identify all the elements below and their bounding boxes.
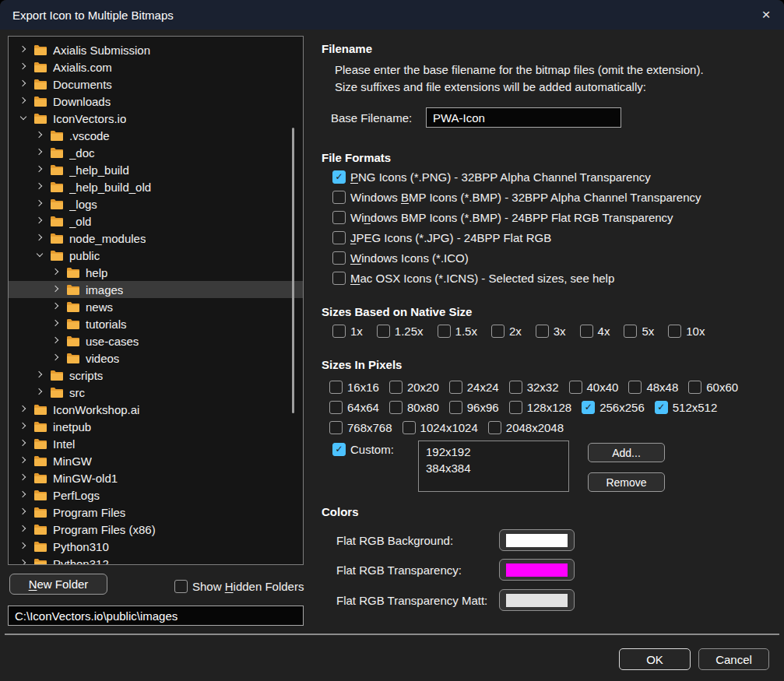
checkbox[interactable] bbox=[449, 381, 462, 394]
remove-button[interactable]: Remove bbox=[588, 472, 665, 492]
tree-item[interactable]: .vscode bbox=[9, 127, 303, 144]
checkbox[interactable] bbox=[332, 211, 346, 224]
chevron-right-icon[interactable] bbox=[18, 95, 30, 107]
tree-item[interactable]: tutorials bbox=[9, 315, 303, 332]
chevron-right-icon[interactable] bbox=[18, 437, 30, 450]
tree-item[interactable]: node_modules bbox=[9, 230, 303, 247]
tree-item[interactable]: Documents bbox=[9, 75, 303, 93]
pixel-size-checkbox[interactable]: 16x16 bbox=[329, 377, 379, 397]
chevron-right-icon[interactable] bbox=[34, 129, 47, 142]
tree-item[interactable]: src bbox=[9, 384, 303, 401]
chevron-right-icon[interactable] bbox=[18, 506, 30, 518]
color-swatch-button[interactable] bbox=[499, 589, 575, 611]
checkbox[interactable] bbox=[624, 325, 637, 338]
tree-item[interactable]: Python312 bbox=[9, 555, 303, 565]
chevron-right-icon[interactable] bbox=[34, 232, 47, 244]
chevron-right-icon[interactable] bbox=[18, 61, 30, 73]
pixel-size-checkbox[interactable]: 96x96 bbox=[449, 397, 499, 417]
tree-item[interactable]: use-cases bbox=[9, 332, 303, 349]
checkbox[interactable] bbox=[569, 381, 582, 394]
chevron-down-icon[interactable] bbox=[34, 249, 47, 262]
checkbox[interactable] bbox=[329, 421, 343, 434]
tree-item[interactable]: public bbox=[9, 247, 303, 264]
checkbox[interactable] bbox=[332, 272, 346, 285]
checkbox[interactable] bbox=[332, 231, 346, 244]
tree-item[interactable]: Python310 bbox=[9, 538, 303, 555]
chevron-right-icon[interactable] bbox=[51, 318, 63, 330]
format-checkbox[interactable]: ✓PNG Icons (*.PNG) - 32BPP Alpha Channel… bbox=[332, 167, 701, 187]
tree-item[interactable]: inetpub bbox=[9, 418, 303, 435]
checkbox[interactable]: ✓ bbox=[582, 401, 595, 414]
checkbox[interactable]: ✓ bbox=[655, 401, 668, 414]
chevron-right-icon[interactable] bbox=[51, 335, 63, 347]
tree-item[interactable]: Axialis Submission bbox=[9, 41, 303, 58]
chevron-right-icon[interactable] bbox=[18, 455, 30, 467]
checkbox[interactable] bbox=[668, 325, 681, 338]
tree-item[interactable]: _old bbox=[9, 212, 303, 230]
tree-item[interactable]: _help_build_old bbox=[9, 178, 303, 195]
chevron-right-icon[interactable] bbox=[18, 420, 30, 433]
chevron-right-icon[interactable] bbox=[34, 163, 47, 176]
tree-item[interactable]: IconWorkshop.ai bbox=[9, 401, 303, 418]
native-size-checkbox[interactable]: 5x bbox=[624, 321, 654, 341]
chevron-right-icon[interactable] bbox=[18, 78, 30, 90]
tree-item[interactable]: _logs bbox=[9, 195, 303, 212]
pixel-size-checkbox[interactable]: 128x128 bbox=[509, 397, 572, 417]
chevron-right-icon[interactable] bbox=[18, 523, 30, 535]
chevron-right-icon[interactable] bbox=[18, 540, 30, 553]
native-size-checkbox[interactable]: 3x bbox=[536, 321, 566, 341]
tree-item[interactable]: _help_build bbox=[9, 161, 303, 178]
show-hidden-folders-checkbox[interactable]: Show Hidden Folders bbox=[174, 576, 304, 596]
tree-item[interactable]: PerfLogs bbox=[9, 486, 303, 504]
cancel-button[interactable]: Cancel bbox=[698, 648, 769, 670]
chevron-right-icon[interactable] bbox=[18, 403, 30, 416]
chevron-right-icon[interactable] bbox=[51, 266, 63, 279]
checkbox[interactable] bbox=[403, 421, 416, 434]
checkbox[interactable] bbox=[509, 401, 522, 414]
checkbox[interactable] bbox=[174, 580, 188, 593]
custom-size-item[interactable]: 384x384 bbox=[419, 460, 568, 476]
native-size-checkbox[interactable]: 1.5x bbox=[438, 321, 477, 341]
tree-item[interactable]: Program Files (x86) bbox=[9, 521, 303, 538]
chevron-right-icon[interactable] bbox=[51, 283, 63, 296]
close-button[interactable]: × bbox=[748, 0, 784, 30]
checkbox[interactable]: ✓ bbox=[332, 170, 346, 184]
checkbox[interactable] bbox=[332, 325, 346, 338]
tree-item[interactable]: MinGW-old1 bbox=[9, 469, 303, 486]
chevron-right-icon[interactable] bbox=[51, 300, 63, 313]
tree-item[interactable]: IconVectors.io bbox=[9, 110, 303, 127]
native-size-checkbox[interactable]: 1.25x bbox=[377, 321, 424, 341]
tree-item[interactable]: help bbox=[9, 264, 303, 281]
checkbox[interactable] bbox=[688, 381, 701, 394]
tree-item[interactable]: _doc bbox=[9, 144, 303, 161]
tree-item[interactable]: Axialis.com bbox=[9, 58, 303, 75]
pixel-size-checkbox[interactable]: 32x32 bbox=[509, 377, 559, 397]
tree-item[interactable]: images bbox=[9, 281, 303, 298]
format-checkbox[interactable]: Mac OSX Icons (*.ICNS) - Selected sizes,… bbox=[332, 268, 701, 288]
ok-button[interactable]: OK bbox=[619, 648, 691, 670]
tree-item[interactable]: Program Files bbox=[9, 504, 303, 521]
checkbox[interactable] bbox=[488, 421, 501, 434]
checkbox[interactable] bbox=[536, 325, 549, 338]
checkbox[interactable] bbox=[509, 381, 522, 394]
new-folder-button[interactable]: New Folder bbox=[9, 574, 107, 595]
checkbox[interactable] bbox=[332, 191, 346, 204]
base-filename-input[interactable] bbox=[426, 107, 621, 128]
chevron-right-icon[interactable] bbox=[34, 146, 47, 159]
checkbox[interactable] bbox=[491, 325, 505, 338]
tree-item[interactable]: news bbox=[9, 298, 303, 315]
chevron-right-icon[interactable] bbox=[18, 557, 30, 565]
checkbox[interactable] bbox=[628, 381, 642, 394]
custom-size-item[interactable]: 192x192 bbox=[419, 444, 568, 460]
format-checkbox[interactable]: Windows BMP Icons (*.BMP) - 32BPP Alpha … bbox=[332, 187, 701, 207]
custom-sizes-list[interactable]: 192x192384x384 bbox=[418, 441, 569, 492]
checkbox[interactable]: ✓ bbox=[332, 443, 346, 456]
checkbox[interactable] bbox=[389, 401, 403, 414]
chevron-right-icon[interactable] bbox=[18, 44, 30, 56]
checkbox[interactable] bbox=[389, 381, 403, 394]
checkbox[interactable] bbox=[329, 401, 343, 414]
pixel-size-checkbox[interactable]: 24x24 bbox=[449, 377, 499, 397]
color-swatch-button[interactable] bbox=[499, 529, 575, 551]
tree-scrollbar-thumb[interactable] bbox=[292, 128, 294, 413]
color-swatch-button[interactable] bbox=[499, 559, 575, 581]
